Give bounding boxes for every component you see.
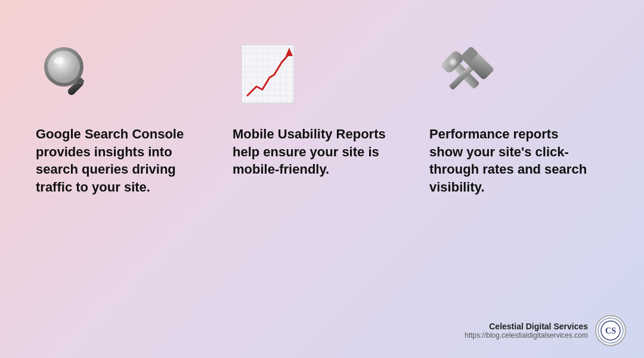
performance-text: Performance reports show your site's cli… — [429, 125, 590, 196]
mobile-usability-text: Mobile Usability Reports help ensure you… — [233, 125, 394, 178]
tools-icon — [431, 41, 500, 109]
chart-growth-icon — [239, 42, 298, 107]
magnifying-glass-icon — [39, 42, 104, 107]
footer-logo: CS — [595, 315, 626, 346]
card-performance: Performance reports show your site's cli… — [411, 36, 608, 196]
main-container: Google Search Console provides insights … — [0, 0, 644, 358]
mobile-usability-icon-area — [233, 36, 304, 113]
svg-text:CS: CS — [605, 326, 616, 335]
card-mobile-usability: Mobile Usability Reports help ensure you… — [215, 36, 411, 178]
footer-url: https://blog.celestialdigitalservices.co… — [465, 331, 588, 340]
svg-point-1 — [48, 51, 80, 83]
footer-text-area: Celestial Digital Services https://blog.… — [465, 322, 588, 340]
performance-icon-area — [429, 36, 501, 113]
search-console-icon-area — [36, 36, 107, 113]
footer: Celestial Digital Services https://blog.… — [465, 315, 626, 346]
search-console-text: Google Search Console provides insights … — [36, 125, 197, 196]
footer-logo-icon: CS — [597, 317, 624, 344]
card-search-console: Google Search Console provides insights … — [36, 36, 215, 196]
footer-brand: Celestial Digital Services — [465, 322, 588, 331]
cards-row: Google Search Console provides insights … — [0, 0, 644, 196]
